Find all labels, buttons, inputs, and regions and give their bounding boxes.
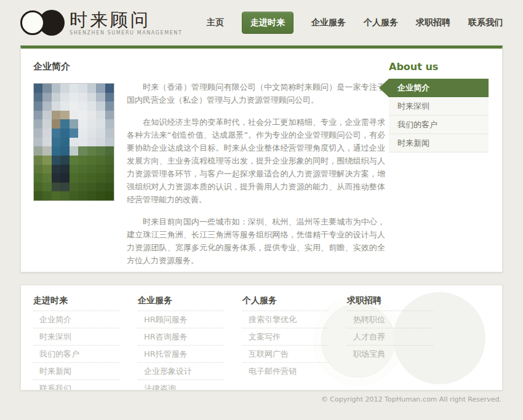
- footer-link-3-3[interactable]: 互联网广告: [242, 345, 329, 362]
- logo-circles-icon: [20, 10, 65, 36]
- footer-link-3-2[interactable]: 文案写作: [242, 328, 329, 345]
- sidebar-title: About us: [389, 61, 489, 73]
- footer-link-2-5[interactable]: 法律咨询: [138, 379, 224, 390]
- footer-link-3-1[interactable]: 搜索引擎优化: [242, 311, 329, 328]
- footer-column-title-2: 企业服务: [138, 295, 242, 306]
- footer-column-title-4: 求职招聘: [347, 295, 452, 306]
- footer-column-4: 求职招聘热聘职位人才自荐职场宝典: [347, 295, 452, 390]
- footer-link-1-5[interactable]: 联系我们: [33, 379, 119, 390]
- footer-link-4-1[interactable]: 热聘职位: [347, 311, 433, 328]
- footer-link-2-3[interactable]: HR托管服务: [138, 345, 224, 362]
- article-paragraph-2: 在知识经济主导的变革时代，社会分工更加精细、专业，企业需寻求各种方法来“创造价值…: [127, 116, 385, 206]
- footer-link-2-1[interactable]: HR顾问服务: [138, 311, 224, 328]
- footer-link-1-3[interactable]: 我们的客户: [33, 345, 119, 362]
- company-photo-mosaic: [34, 84, 114, 200]
- footer-column-1: 走进时来企业简介时来深圳我们的客户时来新闻联系我们: [33, 295, 138, 390]
- article-paragraph-3: 时来目前向国内一些城市如：深圳、杭州、温州等主要城市为中心，建立珠江三角洲、长江…: [127, 215, 385, 267]
- company-photo: [33, 83, 114, 201]
- nav-item-3[interactable]: 企业服务: [311, 17, 346, 28]
- about-sidebar: About us 企业简介时来深圳我们的客户时来新闻: [389, 61, 489, 153]
- brand-name: 时来顾问: [70, 10, 182, 29]
- nav-item-2[interactable]: 走进时来: [242, 12, 293, 34]
- footer-column-title-1: 走进时来: [33, 295, 138, 306]
- main-card: 企业简介 时来（香港）管理顾问有限公司（中文简称时来顾问）是一家专注于国内民营企…: [20, 46, 503, 272]
- footer-link-2-2[interactable]: HR咨询服务: [138, 328, 224, 345]
- footer-column-title-3: 个人服务: [242, 295, 347, 306]
- nav-item-1[interactable]: 主页: [207, 17, 224, 28]
- footer-link-4-2[interactable]: 人才自荐: [347, 328, 433, 345]
- footer-link-1-2[interactable]: 时来深圳: [33, 328, 119, 345]
- brand-text: 时来顾问 SHENZHEN SUMERU MANAGEMENT: [70, 10, 182, 36]
- main-nav: 主页走进时来企业服务个人服务求职招聘联系我们: [189, 12, 503, 34]
- sidebar-menu-item-4[interactable]: 时来新闻: [389, 134, 489, 153]
- page: { "brand": { "name": "时来顾问", "subtitle":…: [0, 0, 523, 420]
- header: 时来顾问 SHENZHEN SUMERU MANAGEMENT 主页走进时来企业…: [20, 0, 503, 46]
- logo-circle-white-icon: [20, 10, 45, 35]
- nav-item-6[interactable]: 联系我们: [468, 17, 503, 28]
- footer-column-2: 企业服务HR顾问服务HR咨询服务HR托管服务企业形象设计法律咨询: [138, 295, 242, 390]
- footer-card: 走进时来企业简介时来深圳我们的客户时来新闻联系我们企业服务HR顾问服务HR咨询服…: [20, 285, 503, 390]
- brand-logo[interactable]: 时来顾问 SHENZHEN SUMERU MANAGEMENT: [20, 10, 182, 36]
- footer-link-3-4[interactable]: 电子邮件营销: [242, 362, 329, 379]
- footer-columns: 走进时来企业简介时来深圳我们的客户时来新闻联系我们企业服务HR顾问服务HR咨询服…: [21, 285, 502, 390]
- footer-link-4-3[interactable]: 职场宝典: [347, 345, 433, 362]
- footer-link-1-4[interactable]: 时来新闻: [33, 362, 119, 379]
- sidebar-menu-item-2[interactable]: 时来深圳: [389, 97, 489, 116]
- brand-subtitle: SHENZHEN SUMERU MANAGEMENT: [70, 30, 182, 36]
- sidebar-menu: 企业简介时来深圳我们的客户时来新闻: [389, 79, 489, 153]
- nav-item-5[interactable]: 求职招聘: [416, 17, 450, 28]
- nav-item-4[interactable]: 个人服务: [364, 17, 398, 28]
- footer-column-3: 个人服务搜索引擎优化文案写作互联网广告电子邮件营销: [242, 295, 347, 390]
- copyright: © Copyright 2012 TopHuman.com All right …: [321, 395, 501, 403]
- sidebar-menu-item-1[interactable]: 企业简介: [389, 79, 489, 97]
- sidebar-menu-item-3[interactable]: 我们的客户: [389, 116, 489, 134]
- article-paragraph-1: 时来（香港）管理顾问有限公司（中文简称时来顾问）是一家专注于国内民营企业（私企）…: [127, 81, 385, 106]
- footer-link-2-4[interactable]: 企业形象设计: [138, 362, 224, 379]
- footer-link-1-1[interactable]: 企业简介: [33, 311, 119, 328]
- article: 时来（香港）管理顾问有限公司（中文简称时来顾问）是一家专注于国内民营企业（私企）…: [127, 81, 385, 276]
